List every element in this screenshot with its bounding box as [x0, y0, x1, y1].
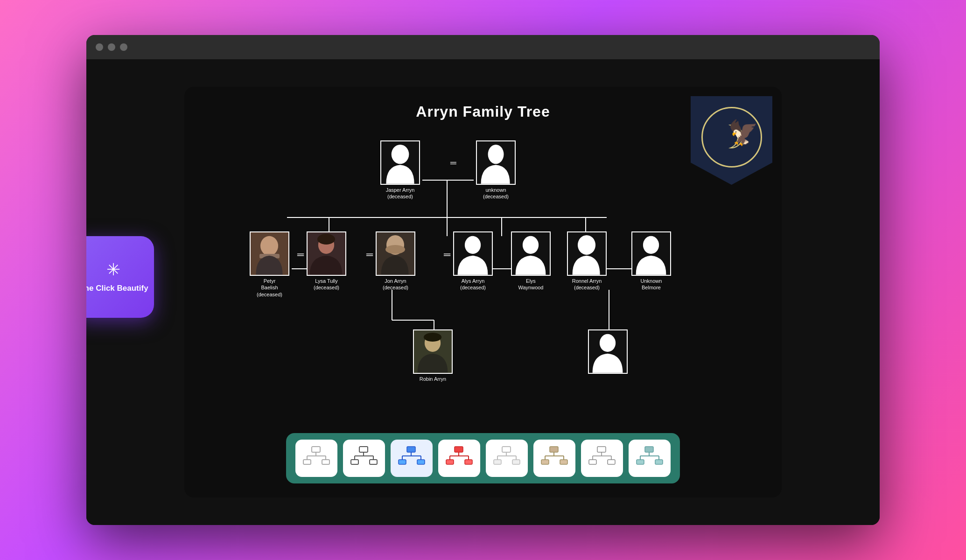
svg-rect-39 [322, 460, 329, 464]
person-robin: Robin Arryn [413, 329, 453, 382]
svg-point-17 [260, 236, 278, 256]
svg-rect-82 [645, 447, 653, 452]
toolbar-btn-7[interactable] [581, 440, 623, 477]
sigil-circle: ☽ 🦅 [701, 107, 762, 168]
elys-name: ElysWaynwood [518, 278, 543, 291]
unknown-belmore-name: UnknownBelmore [641, 278, 662, 291]
svg-rect-74 [560, 460, 567, 464]
browser-window: ✳ One Click Beautify ☽ 🦅 Arryn Family Tr… [86, 35, 880, 525]
svg-point-24 [385, 245, 405, 254]
person-jasper: Jasper Arryn(deceased) [380, 140, 420, 200]
svg-rect-61 [502, 447, 511, 452]
bottom-toolbar [286, 433, 680, 483]
toolbar-btn-6[interactable] [533, 440, 575, 477]
elys-photo [511, 231, 551, 276]
svg-rect-59 [446, 460, 454, 464]
person-ronnel: Ronnel Arryn(deceased) [567, 231, 607, 291]
ronnel-name: Ronnel Arryn(deceased) [572, 278, 602, 291]
svg-rect-67 [512, 460, 520, 464]
svg-rect-47 [407, 447, 415, 452]
toolbar-btn-3[interactable] [391, 440, 433, 477]
unknown-wife-name: unknown(deceased) [483, 187, 509, 200]
svg-rect-75 [597, 447, 606, 452]
person-unknown-wife: unknown(deceased) [476, 140, 516, 200]
alys-photo [453, 231, 493, 276]
toolbar-btn-4[interactable] [438, 440, 480, 477]
falcon-icon: 🦅 [728, 119, 758, 147]
marriage-equals-lysa-jon: ═ [366, 249, 373, 260]
robin-photo [413, 329, 453, 374]
traffic-light-close[interactable] [96, 43, 103, 51]
tree-title: Arryn Family Tree [416, 103, 550, 120]
person-unknown-belmore: UnknownBelmore [631, 231, 671, 291]
unknown-belmore-photo [631, 231, 671, 276]
svg-rect-80 [589, 460, 596, 464]
ronnel-photo [567, 231, 607, 276]
person-jon: Jon Arryn(deceased) [376, 231, 415, 291]
jasper-name: Jasper Arryn(deceased) [386, 187, 415, 200]
jon-photo [376, 231, 415, 276]
marriage-equals-gen0: ═ [450, 158, 456, 168]
svg-rect-60 [465, 460, 472, 464]
svg-rect-45 [351, 460, 358, 464]
svg-rect-88 [655, 460, 663, 464]
svg-rect-81 [608, 460, 615, 464]
arryn-sigil: ☽ 🦅 [691, 96, 772, 185]
svg-point-14 [391, 144, 409, 163]
svg-point-26 [523, 236, 539, 254]
svg-point-15 [488, 144, 504, 163]
svg-rect-46 [370, 460, 377, 464]
svg-point-25 [465, 236, 481, 254]
browser-content: ✳ One Click Beautify ☽ 🦅 Arryn Family Tr… [86, 59, 880, 525]
browser-titlebar [86, 35, 880, 59]
svg-point-28 [643, 236, 659, 254]
petyr-name: PetyrBaelish(deceased) [257, 278, 282, 298]
person-lysa: Lysa Tully(deceased) [307, 231, 346, 291]
marriage-equals-petyr-lysa: ═ [297, 249, 304, 260]
svg-rect-87 [637, 460, 644, 464]
robin-name: Robin Arryn [420, 376, 446, 382]
svg-point-21 [317, 234, 335, 245]
alys-name: Alys Arryn(deceased) [460, 278, 486, 291]
family-tree-container: ☽ 🦅 Arryn Family Tree [184, 87, 782, 497]
unknown-child-photo [588, 329, 628, 374]
svg-rect-53 [417, 460, 425, 464]
toolbar-btn-8[interactable] [629, 440, 671, 477]
toolbar-btn-2[interactable] [343, 440, 385, 477]
toolbar-btn-1[interactable] [295, 440, 337, 477]
svg-rect-73 [541, 460, 549, 464]
person-unknown-child [588, 329, 628, 374]
svg-rect-66 [494, 460, 501, 464]
ocb-badge[interactable]: ✳ One Click Beautify [86, 236, 154, 318]
lysa-name: Lysa Tully(deceased) [314, 278, 339, 291]
svg-rect-54 [455, 447, 463, 452]
person-alys: Alys Arryn(deceased) [453, 231, 493, 291]
svg-rect-40 [359, 447, 368, 452]
svg-point-31 [424, 333, 441, 342]
jon-name: Jon Arryn(deceased) [383, 278, 408, 291]
person-elys: ElysWaynwood [511, 231, 551, 291]
svg-point-27 [578, 235, 595, 255]
lysa-photo [307, 231, 346, 276]
petyr-photo [250, 231, 289, 276]
unknown-wife-photo [476, 140, 516, 185]
svg-rect-52 [399, 460, 406, 464]
traffic-light-maximize[interactable] [120, 43, 127, 51]
svg-rect-38 [303, 460, 311, 464]
jasper-photo [380, 140, 420, 185]
ocb-label: One Click Beautify [86, 283, 148, 294]
svg-rect-68 [550, 447, 558, 452]
person-petyr: PetyrBaelish(deceased) [250, 231, 289, 298]
marriage-equals-jon-alys: ═ [444, 249, 450, 260]
traffic-light-minimize[interactable] [108, 43, 115, 51]
svg-rect-33 [312, 447, 320, 452]
svg-point-32 [600, 334, 616, 352]
sparkle-icon: ✳ [106, 260, 120, 280]
toolbar-btn-5[interactable] [486, 440, 528, 477]
